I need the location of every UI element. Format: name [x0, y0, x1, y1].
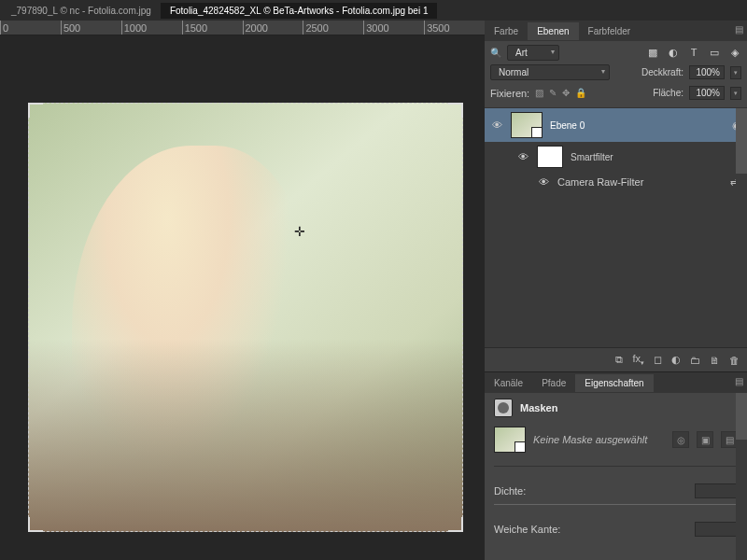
layer-item[interactable]: 👁 Smartfilter — [485, 142, 747, 172]
filter-pixel-icon[interactable]: ▩ — [646, 47, 659, 59]
visibility-icon[interactable]: 👁 — [490, 119, 503, 131]
masks-title: Masken — [520, 402, 557, 413]
fill-drop-icon[interactable]: ▾ — [730, 87, 741, 100]
link-layers-icon[interactable]: ⧉ — [615, 354, 623, 366]
feather-value[interactable] — [695, 522, 738, 537]
opacity-label: Deckkraft: — [641, 67, 684, 77]
layers-scrollbar[interactable] — [736, 108, 747, 347]
document-tab[interactable]: Fotolia_42824582_XL © BeTa-Artworks - Fo… — [161, 3, 438, 19]
filter-smart-icon[interactable]: ◈ — [728, 47, 741, 59]
layers-panel-footer: ⧉ fx▾ ◻ ◐ 🗀 🗎 🗑 — [485, 347, 747, 371]
density-value[interactable] — [695, 483, 738, 498]
density-label: Dichte: — [494, 485, 526, 497]
layer-item[interactable]: 👁 Ebene 0 ◉ — [485, 108, 747, 142]
no-mask-label: Keine Maske ausgewählt — [533, 434, 647, 445]
document-tab-bar: _797890_L © nc - Fotolia.com.jpg Fotolia… — [0, 0, 747, 21]
layers-panel: Farbe Ebenen Farbfelder ▤ 🔍 Art ▩ ◐ T ▭ … — [485, 21, 747, 371]
lock-paint-icon[interactable]: ✎ — [549, 88, 557, 98]
mask-thumbnail[interactable] — [494, 427, 526, 453]
filter-row[interactable]: 👁 Camera Raw-Filter ⇄ — [485, 172, 747, 192]
panels-sidebar: Farbe Ebenen Farbfelder ▤ 🔍 Art ▩ ◐ T ▭ … — [485, 21, 747, 560]
layers-panel-tabs: Farbe Ebenen Farbfelder ▤ — [485, 21, 747, 41]
filter-name[interactable]: Camera Raw-Filter — [557, 176, 643, 188]
document-tab[interactable]: _797890_L © nc - Fotolia.com.jpg — [2, 3, 161, 19]
new-layer-icon[interactable]: 🗎 — [710, 355, 720, 366]
lock-position-icon[interactable]: ✥ — [562, 88, 570, 98]
tab-pfade[interactable]: Pfade — [532, 374, 575, 392]
lock-label: Fixieren: — [490, 88, 529, 99]
panel-menu-icon[interactable]: ▤ — [735, 24, 743, 35]
layers-list[interactable]: 👁 Ebene 0 ◉ 👁 Smartfilter 👁 Camera Raw-F… — [485, 108, 747, 347]
tab-ebenen[interactable]: Ebenen — [528, 22, 578, 40]
lock-transparency-icon[interactable]: ▨ — [535, 88, 543, 98]
properties-panel: Kanäle Pfade Eigenschaften ▤ Masken Kein… — [485, 371, 747, 560]
add-pixel-mask-icon[interactable]: ▣ — [697, 431, 713, 448]
blend-mode-select[interactable]: Normal — [490, 64, 610, 80]
layers-options: 🔍 Art ▩ ◐ T ▭ ◈ Normal Deckkraft: 100% ▾ — [485, 41, 747, 108]
new-group-icon[interactable]: 🗀 — [690, 355, 700, 366]
tab-farbfelder[interactable]: Farbfelder — [579, 22, 641, 40]
crop-selection[interactable] — [28, 103, 463, 532]
layer-filter-icons: ▩ ◐ T ▭ ◈ — [646, 47, 741, 59]
visibility-icon[interactable]: 👁 — [516, 151, 529, 162]
filter-adjust-icon[interactable]: ◐ — [667, 47, 680, 59]
filter-shape-icon[interactable]: ▭ — [708, 47, 721, 59]
crop-handle-br[interactable] — [448, 517, 463, 532]
opacity-drop-icon[interactable]: ▾ — [730, 66, 741, 79]
select-mask-icon[interactable]: ◎ — [672, 431, 689, 448]
layer-thumbnail[interactable] — [511, 112, 543, 138]
crop-handle-tl[interactable] — [28, 103, 43, 118]
smartfilter-label[interactable]: Smartfilter — [571, 152, 741, 162]
document-canvas[interactable]: ✛ — [28, 103, 463, 532]
opacity-input[interactable]: 100% — [689, 65, 725, 79]
tab-kanaele[interactable]: Kanäle — [485, 374, 532, 392]
fill-label: Fläche: — [653, 88, 684, 98]
add-mask-icon[interactable]: ◻ — [654, 354, 662, 366]
layer-name[interactable]: Ebene 0 — [550, 120, 725, 131]
new-adjustment-icon[interactable]: ◐ — [671, 354, 681, 366]
delete-layer-icon[interactable]: 🗑 — [729, 355, 740, 366]
lock-all-icon[interactable]: 🔒 — [575, 88, 586, 98]
filter-mask-thumbnail[interactable] — [537, 146, 563, 168]
layer-style-icon[interactable]: fx▾ — [632, 353, 644, 367]
crop-handle-bl[interactable] — [28, 517, 43, 532]
ruler-horizontal: 0 500 1000 1500 2000 2500 3000 3500 — [0, 21, 485, 35]
mask-mode-icon[interactable] — [494, 399, 513, 417]
tab-farbe[interactable]: Farbe — [485, 22, 528, 40]
properties-scrollbar[interactable] — [736, 393, 747, 560]
fill-input[interactable]: 100% — [689, 86, 725, 100]
density-slider[interactable] — [494, 504, 738, 505]
tab-eigenschaften[interactable]: Eigenschaften — [575, 374, 653, 392]
filter-type-icon[interactable]: T — [687, 47, 700, 59]
properties-panel-tabs: Kanäle Pfade Eigenschaften ▤ — [485, 372, 747, 393]
crop-handle-tr[interactable] — [448, 103, 463, 118]
visibility-icon[interactable]: 👁 — [537, 176, 550, 188]
layer-filter-kind-select[interactable]: Art — [507, 45, 559, 61]
canvas-area[interactable]: 0 500 1000 1500 2000 2500 3000 3500 ✛ — [0, 21, 485, 560]
panel-menu-icon[interactable]: ▤ — [735, 376, 743, 386]
feather-label: Weiche Kante: — [494, 524, 560, 535]
